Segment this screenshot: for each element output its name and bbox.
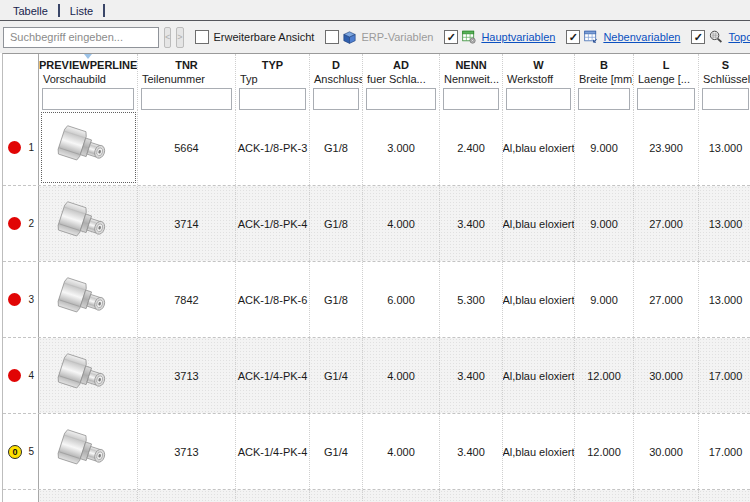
hauptvariablen-checkbox[interactable]: ✓ xyxy=(444,30,458,44)
column-filter-input[interactable] xyxy=(443,88,499,110)
cell-nennweite[interactable]: 3.400 xyxy=(440,186,503,261)
topologie-link[interactable]: Topolog xyxy=(728,31,750,43)
nebenvariablen-link[interactable]: Nebenvariablen xyxy=(603,31,680,43)
column-filter-input[interactable] xyxy=(239,88,306,110)
table-row[interactable]: 3 7842 ACK-1/8-PK-6 G1/8 6.000 5.300 Al,… xyxy=(3,262,750,338)
table-row[interactable]: 3 6 3713 ACK-1/4-PK-4 G1/4 4.000 3.400 A… xyxy=(3,490,750,502)
preview-cell[interactable] xyxy=(39,414,138,489)
cell-breite[interactable]: 9.000 xyxy=(575,262,634,337)
cell-breite[interactable]: 12.000 xyxy=(575,338,634,413)
column-header[interactable]: TNR Teilenummer xyxy=(138,54,236,110)
next-button[interactable]: > xyxy=(176,27,183,48)
column-filter-input[interactable] xyxy=(578,88,630,110)
column-filter-input[interactable] xyxy=(702,88,749,110)
column-header[interactable]: L Laenge [... xyxy=(634,54,699,110)
cell-typ[interactable]: ACK-1/4-PK-4 xyxy=(236,490,310,502)
cell-anschluss[interactable]: G1/8 xyxy=(310,262,363,337)
preview-cell[interactable] xyxy=(39,186,138,261)
cell-teilenummer[interactable]: 7842 xyxy=(138,262,236,337)
column-filter-input[interactable] xyxy=(313,88,359,110)
cell-ad[interactable]: 4.000 xyxy=(363,186,440,261)
column-header[interactable]: B Breite [mm] xyxy=(575,54,634,110)
nebenvariablen-checkbox[interactable]: ✓ xyxy=(566,30,580,44)
cell-nennweite[interactable]: 2.400 xyxy=(440,110,503,185)
cell-nennweite[interactable]: 3.400 xyxy=(440,414,503,489)
column-header[interactable]: TYP Typ xyxy=(236,54,310,110)
cell-ad[interactable]: 3.000 xyxy=(363,110,440,185)
preview-cell[interactable] xyxy=(39,262,138,337)
cell-anschluss[interactable]: G1/8 xyxy=(310,186,363,261)
cell-nennweite[interactable]: 3.400 xyxy=(440,490,503,502)
cell-teilenummer[interactable]: 3714 xyxy=(138,186,236,261)
cell-typ[interactable]: ACK-1/4-PK-4 xyxy=(236,338,310,413)
preview-cell[interactable] xyxy=(39,490,138,502)
preview-cell[interactable] xyxy=(39,338,138,413)
cell-ad[interactable]: 4.000 xyxy=(363,414,440,489)
cell-breite[interactable]: 12.000 xyxy=(575,490,634,502)
cell-breite[interactable]: 9.000 xyxy=(575,110,634,185)
cell-typ[interactable]: ACK-1/8-PK-4 xyxy=(236,186,310,261)
cell-laenge[interactable]: 27.000 xyxy=(634,262,699,337)
preview-cell[interactable] xyxy=(39,110,138,185)
cell-typ[interactable]: ACK-1/4-PK-4 xyxy=(236,414,310,489)
column-header[interactable]: PREVIEWPERLINE Vorschaubild xyxy=(39,54,138,110)
cell-ad[interactable]: 4.000 xyxy=(363,490,440,502)
cell-schluesselweite[interactable]: 17.000 xyxy=(699,490,750,502)
column-header[interactable]: S Schlüsselw xyxy=(699,54,750,110)
cell-teilenummer[interactable]: 3713 xyxy=(138,490,236,502)
cell-werkstoff[interactable]: Al,blau eloxiert xyxy=(503,186,575,261)
tab-tabelle[interactable]: Tabelle xyxy=(4,2,57,20)
cell-anschluss[interactable]: G1/8 xyxy=(310,110,363,185)
column-header[interactable]: W Werkstoff xyxy=(503,54,575,110)
cell-schluesselweite[interactable]: 17.000 xyxy=(699,414,750,489)
cell-anschluss[interactable]: G1/4 xyxy=(310,490,363,502)
column-filter-input[interactable] xyxy=(141,88,232,110)
column-filter-input[interactable] xyxy=(506,88,571,110)
cell-werkstoff[interactable]: Al,blau eloxiert xyxy=(503,414,575,489)
cell-werkstoff[interactable]: Al,blau eloxiert xyxy=(503,110,575,185)
column-filter-input[interactable] xyxy=(637,88,695,110)
table-row[interactable]: 0 5 3713 ACK-1/4-PK-4 G1/4 4.000 3.400 A… xyxy=(3,414,750,490)
tab-liste[interactable]: Liste xyxy=(61,2,102,20)
cell-ad[interactable]: 6.000 xyxy=(363,262,440,337)
cell-typ[interactable]: ACK-1/8-PK-6 xyxy=(236,262,310,337)
cell-ad[interactable]: 4.000 xyxy=(363,338,440,413)
prev-button[interactable]: < xyxy=(164,27,171,48)
topologie-checkbox[interactable]: ✓ xyxy=(691,30,705,44)
cell-laenge[interactable]: 30.000 xyxy=(634,338,699,413)
cell-schluesselweite[interactable]: 13.000 xyxy=(699,110,750,185)
cell-laenge[interactable]: 30.000 xyxy=(634,414,699,489)
column-filter-input[interactable] xyxy=(366,88,436,110)
cell-werkstoff[interactable]: Al,blau eloxiert xyxy=(503,262,575,337)
cell-laenge[interactable]: 30.000 xyxy=(634,490,699,502)
cell-schluesselweite[interactable]: 13.000 xyxy=(699,186,750,261)
cell-breite[interactable]: 12.000 xyxy=(575,414,634,489)
column-header[interactable]: AD fuer Schla... xyxy=(363,54,440,110)
cell-anschluss[interactable]: G1/4 xyxy=(310,414,363,489)
cell-schluesselweite[interactable]: 17.000 xyxy=(699,338,750,413)
column-header[interactable]: NENN Nennweit... xyxy=(440,54,503,110)
cell-nennweite[interactable]: 3.400 xyxy=(440,338,503,413)
table-row[interactable]: 1 5664 ACK-1/8-PK-3 G1/8 3.000 2.400 Al,… xyxy=(3,110,750,186)
cell-teilenummer[interactable]: 3713 xyxy=(138,414,236,489)
cell-breite[interactable]: 9.000 xyxy=(575,186,634,261)
cell-werkstoff[interactable]: Al,blau eloxiert xyxy=(503,338,575,413)
column-filter-input[interactable] xyxy=(42,88,134,110)
hauptvariablen-link[interactable]: Hauptvariablen xyxy=(481,31,555,43)
cell-werkstoff[interactable]: Al,blau eloxiert xyxy=(503,490,575,502)
cell-anschluss[interactable]: G1/4 xyxy=(310,338,363,413)
erp-variablen-checkbox[interactable]: ✓ xyxy=(325,30,339,44)
cell-schluesselweite[interactable]: 13.000 xyxy=(699,262,750,337)
erweiterbare-ansicht-label: Erweiterbare Ansicht xyxy=(214,31,315,43)
cell-laenge[interactable]: 27.000 xyxy=(634,186,699,261)
table-row[interactable]: 2 3714 ACK-1/8-PK-4 G1/8 4.000 3.400 Al,… xyxy=(3,186,750,262)
table-row[interactable]: 4 3713 ACK-1/4-PK-4 G1/4 4.000 3.400 Al,… xyxy=(3,338,750,414)
cell-teilenummer[interactable]: 3713 xyxy=(138,338,236,413)
cell-laenge[interactable]: 23.900 xyxy=(634,110,699,185)
column-header[interactable]: D Anschluss xyxy=(310,54,363,110)
cell-teilenummer[interactable]: 5664 xyxy=(138,110,236,185)
cell-nennweite[interactable]: 5.300 xyxy=(440,262,503,337)
erweiterbare-ansicht-checkbox[interactable]: ✓ xyxy=(195,30,209,44)
search-input[interactable] xyxy=(3,27,159,48)
cell-typ[interactable]: ACK-1/8-PK-3 xyxy=(236,110,310,185)
